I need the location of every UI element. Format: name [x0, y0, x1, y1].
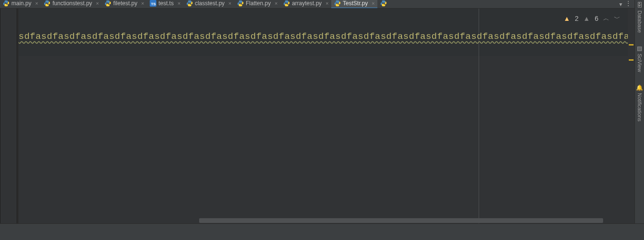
editor-area: sdfasdfasdfasdfasdfasdfasdfasdfasdfasdfa… — [0, 9, 634, 240]
error-stripe[interactable] — [628, 9, 634, 240]
tool-label: Database — [637, 10, 643, 33]
python-icon — [283, 0, 290, 7]
tool-label: Notifications — [637, 93, 643, 121]
tab-flatten-py[interactable]: Flatten.py × — [234, 0, 280, 9]
inspection-widget[interactable]: ▲ 2 ▲ 6 ︿ ﹀ — [564, 14, 620, 23]
typescript-icon: TS — [150, 0, 156, 7]
tab-label: functionstest.py — [52, 0, 92, 7]
horizontal-scrollbar[interactable] — [199, 218, 603, 223]
warning-marker[interactable] — [629, 59, 634, 61]
close-icon[interactable]: × — [324, 0, 328, 6]
close-icon[interactable]: × — [273, 0, 278, 6]
bell-icon: 🔔 — [636, 84, 643, 91]
tab-label: Flatten.py — [246, 0, 271, 7]
tab-test-ts[interactable]: TS test.ts × — [147, 0, 183, 9]
close-icon[interactable]: × — [139, 0, 144, 6]
tool-sciview[interactable]: ▤ SciView — [637, 45, 643, 72]
sciview-icon: ▤ — [637, 45, 642, 52]
tab-label: arraytest.py — [292, 0, 322, 7]
tab-label: test.ts — [158, 0, 173, 7]
right-tool-strip: 🗄 Database ▤ SciView 🔔 Notifications — [634, 0, 644, 240]
tab-teststr-py[interactable]: TestStr.py × — [331, 0, 377, 9]
python-icon — [186, 0, 193, 7]
tab-label: classtest.py — [195, 0, 225, 7]
status-bar — [0, 223, 644, 240]
chevron-down-icon[interactable]: ▾ — [619, 1, 622, 8]
tab-filetest-py[interactable]: filetest.py × — [102, 0, 147, 9]
warning-count: 2 — [575, 15, 579, 22]
code-editor[interactable]: sdfasdfasdfasdfasdfasdfasdfasdfasdfasdfa… — [19, 9, 634, 240]
tab-extra-py[interactable] — [377, 0, 392, 9]
database-icon: 🗄 — [637, 2, 643, 9]
code-line[interactable]: sdfasdfasdfasdfasdfasdfasdfasdfasdfasdfa… — [19, 31, 634, 42]
kebab-icon[interactable]: ⋮ — [625, 1, 632, 8]
tab-label: TestStr.py — [343, 0, 368, 7]
python-icon — [3, 0, 10, 7]
tab-main-py[interactable]: main.py × — [0, 0, 41, 9]
python-icon — [44, 0, 50, 7]
tab-label: filetest.py — [113, 0, 137, 7]
weak-warning-icon: ▲ — [583, 15, 590, 22]
close-icon[interactable]: × — [175, 0, 180, 6]
tab-arraytest-py[interactable]: arraytest.py × — [280, 0, 331, 9]
python-icon — [334, 0, 341, 7]
tab-classtest-py[interactable]: classtest.py × — [183, 0, 234, 9]
python-icon — [105, 0, 111, 7]
close-icon[interactable]: × — [94, 0, 99, 6]
prev-highlight-icon[interactable]: ︿ — [603, 14, 609, 23]
tool-label: SciView — [637, 54, 643, 72]
breakpoint-gutter[interactable] — [0, 9, 17, 240]
tab-label: main.py — [11, 0, 31, 7]
close-icon[interactable]: × — [33, 0, 38, 6]
next-highlight-icon[interactable]: ﹀ — [614, 14, 620, 23]
warning-marker[interactable] — [629, 44, 634, 46]
code-text: sdfasdfasdfasdfasdfasdfasdfasdfasdfasdfa… — [19, 31, 634, 42]
editor-tabs: main.py × functionstest.py × filetest.py… — [0, 0, 634, 9]
python-icon — [380, 0, 387, 7]
tab-functionstest-py[interactable]: functionstest.py × — [41, 0, 102, 9]
right-margin-guide — [479, 9, 479, 240]
close-icon[interactable]: × — [370, 0, 375, 6]
weak-warning-count: 6 — [595, 15, 598, 22]
warning-icon: ▲ — [564, 15, 570, 22]
python-icon — [237, 0, 244, 7]
close-icon[interactable]: × — [227, 0, 231, 6]
tool-database[interactable]: 🗄 Database — [637, 2, 643, 33]
svg-text:TS: TS — [151, 2, 156, 6]
tool-notifications[interactable]: 🔔 Notifications — [636, 84, 643, 121]
